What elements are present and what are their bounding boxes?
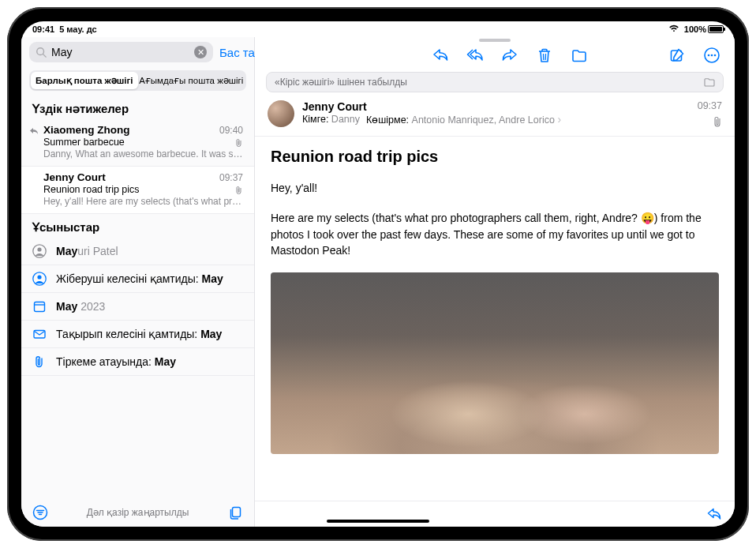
message-text: Here are my selects (that's what pro pho…: [271, 210, 719, 258]
attachment-icon: [235, 186, 243, 195]
message-toolbar: [255, 42, 735, 72]
wifi-icon: [668, 24, 679, 34]
status-date: 5 мау. дс: [59, 24, 97, 34]
folder-icon: [704, 77, 715, 87]
message-subject: Reunion road trip pics: [271, 148, 719, 166]
filter-button[interactable]: [32, 505, 48, 520]
reply-icon: [29, 126, 39, 136]
suggestion-attachment-name[interactable]: Тіркеме атауында: May: [21, 348, 254, 376]
found-in-banner[interactable]: «Кіріс жәшігі» ішінен табылды: [266, 72, 724, 92]
chevron-right-icon[interactable]: ›: [557, 113, 561, 126]
screen: 09:41 5 мау. дс 100%: [21, 21, 735, 527]
attachment-image[interactable]: [271, 272, 719, 454]
cc-value[interactable]: Antonio Manriquez, Andre Lorico: [412, 114, 555, 126]
found-text: «Кіріс жәшігі» ішінен табылды: [275, 77, 407, 88]
result-sender: Jenny Court: [43, 171, 106, 183]
result-subject: Reunion road trip pics: [43, 184, 243, 195]
suggestion-sender-contains[interactable]: Жіберуші келесіні қамтиды: May: [21, 265, 254, 293]
stack-button[interactable]: [227, 505, 243, 520]
search-icon: [36, 47, 47, 58]
message-pane: «Кіріс жәшігі» ішінен табылды Jenny Cour…: [255, 37, 735, 527]
cc-label: Көшірме:: [366, 114, 409, 126]
message-footer: [255, 501, 735, 527]
search-result[interactable]: Jenny Court 09:37 Reunion road trip pics…: [21, 167, 254, 214]
svg-point-5: [37, 275, 41, 279]
message-from[interactable]: Jenny Court: [302, 100, 690, 113]
paperclip-icon: [32, 355, 47, 369]
svg-point-18: [708, 54, 710, 57]
sidebar-footer: Дәл қазір жаңартылды: [21, 498, 254, 527]
message-body[interactable]: Reunion road trip pics Hey, y'all! Here …: [255, 137, 735, 501]
section-top-results: Үздік нәтижелер: [21, 96, 254, 119]
avatar[interactable]: [268, 100, 294, 127]
svg-point-3: [37, 247, 41, 251]
svg-rect-6: [35, 302, 45, 312]
compose-button[interactable]: [668, 47, 686, 64]
result-preview: Hey, y'all! Here are my selects (that's …: [43, 196, 243, 207]
suggestion-text: Mayuri Patel: [56, 245, 118, 257]
reply-footer-button[interactable]: [706, 506, 722, 522]
suggestion-text: May 2023: [56, 300, 105, 313]
svg-line-1: [43, 54, 47, 58]
result-subject: Summer barbecue: [43, 137, 243, 148]
move-button[interactable]: [571, 47, 588, 64]
suggestion-date[interactable]: May 2023: [21, 293, 254, 321]
battery-percent: 100%: [684, 24, 706, 34]
forward-button[interactable]: [501, 47, 518, 64]
suggestion-subject-contains[interactable]: Тақырып келесіні қамтиды: May: [21, 321, 254, 348]
message-header[interactable]: Jenny Court Кімге: Danny Көшірме: Antoni…: [255, 92, 735, 137]
result-sender: Xiaomeng Zhong: [43, 124, 130, 136]
battery-icon: [708, 25, 724, 33]
suggestion-text: Тіркеме атауында: May: [56, 355, 176, 368]
reply-button[interactable]: [432, 47, 449, 64]
suggestion-text: Тақырып келесіні қамтиды: May: [56, 328, 222, 340]
svg-point-20: [714, 54, 717, 57]
more-button[interactable]: [703, 47, 720, 64]
search-input[interactable]: [51, 46, 189, 58]
envelope-icon: [32, 327, 47, 341]
svg-point-19: [711, 54, 713, 57]
person-blue-icon: [32, 272, 47, 286]
attachment-icon: [713, 116, 722, 127]
clear-search-button[interactable]: ✕: [194, 46, 207, 58]
status-time: 09:41: [32, 24, 54, 34]
search-result[interactable]: Xiaomeng Zhong 09:40 Summer barbecue Dan…: [21, 119, 254, 167]
trash-button[interactable]: [536, 47, 553, 64]
result-preview: Danny, What an awesome barbecue. It was …: [43, 148, 243, 160]
status-bar: 09:41 5 мау. дс 100%: [21, 21, 735, 37]
scope-current-mailbox[interactable]: Ағымдағы пошта жәшігі: [138, 72, 245, 89]
result-time: 09:40: [219, 125, 243, 136]
attachment-icon: [235, 138, 243, 148]
suggestion-text: Жіберуші келесіні қамтиды: May: [56, 272, 223, 285]
svg-rect-13: [233, 508, 241, 517]
sidebar: ✕ Бас тарту Барлық пошта жәшігі Ағымдағы…: [21, 37, 255, 527]
scope-all-mailboxes[interactable]: Барлық пошта жәшігі: [31, 72, 138, 89]
to-value[interactable]: Danny: [331, 114, 360, 125]
home-indicator[interactable]: [327, 520, 429, 523]
message-greeting: Hey, y'all!: [271, 180, 719, 196]
scope-segmented-control[interactable]: Барлық пошта жәшігі Ағымдағы пошта жәшіг…: [29, 70, 246, 91]
calendar-icon: [32, 299, 47, 313]
person-icon: [32, 244, 47, 258]
sync-status: Дәл қазір жаңартылды: [87, 507, 189, 518]
section-suggestions: Ұсыныстар: [21, 214, 254, 238]
search-field[interactable]: ✕: [29, 42, 213, 62]
to-label: Кімге:: [302, 114, 328, 125]
reply-all-button[interactable]: [466, 47, 484, 64]
result-time: 09:37: [219, 172, 243, 183]
suggestion-person[interactable]: Mayuri Patel: [21, 238, 254, 265]
ipad-frame: 09:41 5 мау. дс 100%: [7, 7, 749, 541]
message-time: 09:37: [698, 100, 722, 111]
